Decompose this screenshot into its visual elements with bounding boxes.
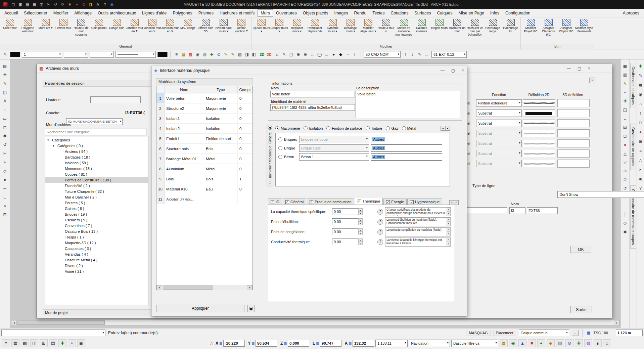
hauteur-input[interactable]: [90, 96, 141, 103]
side-tab-general[interactable]: Général: [268, 132, 272, 144]
tree-item[interactable]: Maquette-3D ( 12 ): [45, 240, 148, 246]
menu-item[interactable]: Lignes d'aide: [139, 9, 170, 17]
option-tool-icon[interactable]: ●: [330, 51, 337, 57]
tree-item[interactable]: Isolation ( 59 ): [45, 160, 148, 166]
ribbon-button[interactable]: Symétrie murs ▾: [324, 18, 341, 34]
option-tool-icon[interactable]: ↓: [409, 51, 416, 57]
checkbox-icon[interactable]: [310, 200, 313, 204]
menu-item[interactable]: Images: [331, 9, 351, 17]
view-mode-badge[interactable]: 3D: [266, 51, 272, 57]
scroll-left-button[interactable]: ◂: [156, 285, 162, 290]
ribbon-button[interactable]: MAJ congé: [179, 18, 197, 31]
checkbox-icon[interactable]: [358, 200, 361, 203]
panel-tab[interactable]: Gestionnaire de rapports: [630, 124, 636, 170]
ribbon-button[interactable]: Hachurer un mur par échantillon: [466, 18, 484, 37]
side-tool-icon[interactable]: △: [637, 157, 644, 163]
side-tool-icon[interactable]: ●: [622, 141, 629, 148]
side-tool-icon[interactable]: ∟: [1, 194, 8, 200]
side-tool-icon[interactable]: ↺: [622, 185, 629, 191]
ribbon-button[interactable]: Hachurer un mur: [448, 18, 466, 34]
material-row[interactable]: 11 Ajouter un nou...: [156, 194, 252, 204]
material-row[interactable]: 4 Isolant2 Isolation 0: [156, 124, 252, 134]
ribbon-button[interactable]: Modifier style d'éléments: [575, 18, 593, 34]
status-tool-icon[interactable]: ◆: [547, 339, 555, 347]
property-tab[interactable]: Général: [283, 199, 306, 205]
side-tab-mecanique[interactable]: namique / Mécanique: [268, 146, 272, 178]
close-button[interactable]: ×: [588, 66, 590, 71]
ribbon-button[interactable]: Couper murs ▾: [270, 18, 288, 34]
pen-width-combo[interactable]: 1: [22, 51, 62, 58]
option-tool-icon[interactable]: ✎: [230, 51, 236, 57]
side-tool-icon[interactable]: ▦: [622, 63, 629, 69]
status-tool-icon[interactable]: ◉: [509, 339, 517, 347]
status-tool-icon[interactable]: ✚: [575, 339, 583, 347]
option-tool-icon[interactable]: T: [352, 51, 358, 57]
category-tab[interactable]: Métal: [402, 126, 416, 130]
option-tool-icon[interactable]: ◯: [316, 51, 323, 57]
material-row[interactable]: 8 Aluminium Métal 0: [156, 164, 252, 174]
side-tool-icon[interactable]: ◻: [622, 133, 629, 139]
definition-2d-cell[interactable]: [522, 110, 556, 117]
menu-item[interactable]: Surfaces: [411, 9, 434, 17]
option-tool-icon[interactable]: ▭: [323, 51, 330, 57]
side-tool-icon[interactable]: ▽: [622, 159, 629, 165]
titlebar-tool-icon[interactable]: ✂: [46, 2, 51, 7]
ribbon-button[interactable]: Jonction mur en T: [126, 18, 143, 34]
value-spinner[interactable]: ▴▾: [358, 218, 363, 225]
tree-item[interactable]: Voirie ( 21 ): [45, 268, 148, 274]
property-tab[interactable]: Énergie: [383, 199, 407, 205]
material-variant-combo[interactable]: Béton 1: [299, 153, 369, 161]
checkbox-icon[interactable]: [410, 200, 414, 204]
ribbon-button[interactable]: Regen Murs: [430, 18, 448, 31]
tree-item[interactable]: Toiture-Charpente ( 32 ): [45, 188, 148, 194]
function-select[interactable]: Substrat: [476, 130, 522, 137]
property-tab[interactable]: Thermique: [355, 198, 383, 205]
coordinate-value[interactable]: 50.534: [256, 340, 277, 347]
definition-2d-cell[interactable]: [522, 160, 556, 167]
definition-2d-cell[interactable]: [522, 120, 556, 127]
help-button[interactable]: ?: [377, 229, 383, 235]
menu-item[interactable]: Prismes: [195, 9, 217, 17]
tree-item[interactable]: Poutres ( 5 ): [45, 200, 148, 206]
property-tab[interactable]: Produit de combustion: [307, 199, 354, 205]
placement-toggle[interactable]: Placement: [493, 330, 516, 336]
minimize-button[interactable]: —: [441, 68, 445, 73]
tree-item[interactable]: Gaines ( 8 ): [45, 206, 148, 211]
tabs-scroll-right[interactable]: ▸: [454, 200, 459, 205]
material-variant-combo[interactable]: briques de boue: [299, 136, 369, 143]
panel-tab[interactable]: Gestionnaire de calques: [630, 63, 636, 108]
couche-combo[interactable]: 02 MURS-MACONNERIE-BETON: [66, 118, 123, 125]
option-tool-icon[interactable]: ⊕: [295, 51, 302, 57]
option-tool-icon[interactable]: ▩: [187, 51, 194, 57]
menu-item[interactable]: Affichage: [71, 9, 95, 17]
navigation-combo[interactable]: Navigation: [409, 340, 450, 347]
status-tool-icon[interactable]: ▣: [77, 339, 85, 347]
coordinate-value[interactable]: -10.220: [223, 340, 245, 347]
ribbon-button[interactable]: Congé coin: [108, 18, 126, 31]
tree-item[interactable]: Divers ( 2 ): [45, 263, 148, 268]
value-spinner[interactable]: ▴▾: [358, 208, 363, 215]
checkbox-icon[interactable]: [386, 200, 390, 204]
material-row[interactable]: 9 Bois Bois 1: [156, 174, 252, 184]
material-id-input[interactable]: {7bb38f94-1f83-4825-a8ba-5c2efbe4b3ba}: [270, 104, 355, 111]
definition-3d-cell[interactable]: [557, 119, 590, 127]
panel-close-button[interactable]: ×: [589, 78, 595, 83]
menu-item[interactable]: Calques: [434, 9, 456, 17]
option-tool-icon[interactable]: ▦: [180, 51, 187, 57]
ribbon-button[interactable]: Fermer mur: [54, 18, 72, 31]
side-tool-icon[interactable]: △: [622, 150, 629, 157]
menu-item[interactable]: Outils architecturaux: [95, 9, 139, 17]
ribbon-button[interactable]: Murs arc ▾: [37, 18, 54, 31]
status-tool-icon[interactable]: ⌖: [68, 339, 76, 347]
material-other-input[interactable]: Autres: [371, 144, 442, 152]
titlebar-tool-icon[interactable]: ⊘: [81, 2, 87, 7]
side-tool-icon[interactable]: ≡: [637, 147, 644, 154]
side-tool-icon[interactable]: ●: [637, 129, 644, 135]
definition-3d-cell[interactable]: [557, 99, 590, 107]
ribbon-button[interactable]: Calques internes: [413, 18, 430, 34]
status-tool-icon[interactable]: ▦: [11, 339, 19, 347]
value-spinner[interactable]: ▴▾: [358, 238, 363, 245]
material-other-input[interactable]: Autres: [371, 136, 442, 143]
menu-item[interactable]: Cotations: [387, 9, 411, 17]
titlebar-tool-icon[interactable]: ●: [74, 2, 80, 7]
